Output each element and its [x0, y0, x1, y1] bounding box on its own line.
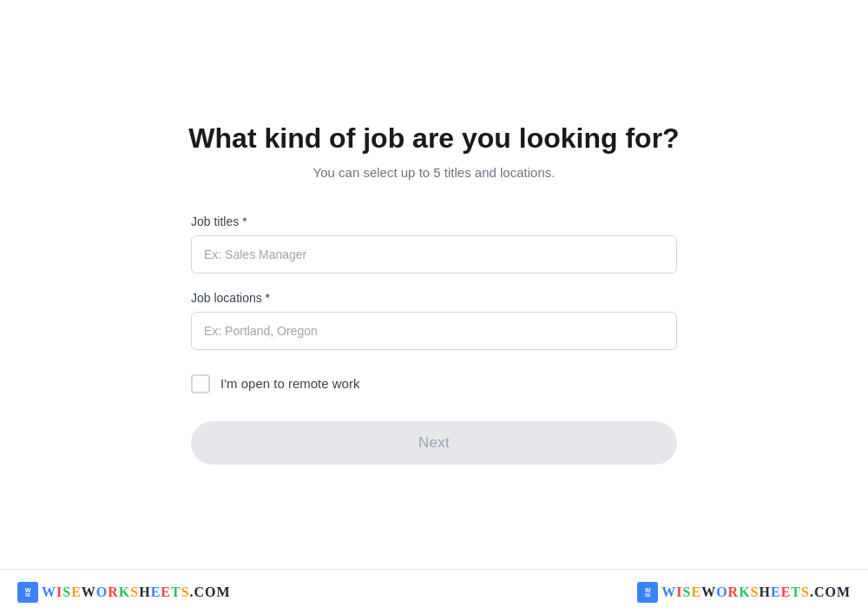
footer-brand-text-right: WISEWORKSHEETS.COM	[661, 584, 851, 600]
required-star-titles: *	[242, 215, 247, 228]
job-titles-label: Job titles *	[191, 215, 677, 228]
page-title: What kind of job are you looking for?	[188, 122, 679, 155]
main-content: What kind of job are you looking for? Yo…	[0, 0, 868, 569]
next-button[interactable]: Next	[191, 421, 677, 465]
job-locations-field-group: Job locations *	[191, 291, 677, 350]
required-star-locations: *	[266, 291, 270, 305]
footer-logo-left: W SE WISEWORKSHEETS.COM	[17, 582, 231, 603]
job-locations-input[interactable]	[191, 312, 677, 350]
page-subtitle: You can select up to 5 titles and locati…	[313, 165, 556, 180]
footer-logo-right: W SE WISEWORKSHEETS.COM	[637, 582, 851, 603]
job-titles-input[interactable]	[191, 235, 677, 274]
footer-logo-icon-right: W SE	[637, 582, 658, 603]
remote-work-row: I'm open to remote work	[191, 374, 677, 393]
remote-work-checkbox[interactable]	[191, 374, 210, 393]
remote-work-label[interactable]: I'm open to remote work	[220, 376, 359, 391]
job-titles-field-group: Job titles *	[191, 215, 677, 274]
form-container: Job titles * Job locations * I'm open to…	[191, 215, 677, 465]
footer-brand-text-left: WISEWORKSHEETS.COM	[42, 584, 231, 600]
footer-logo-icon-left: W SE	[17, 582, 38, 603]
footer-bar: W SE WISEWORKSHEETS.COM W SE WISEWORKSHE…	[0, 569, 868, 614]
job-locations-label: Job locations *	[191, 291, 677, 305]
